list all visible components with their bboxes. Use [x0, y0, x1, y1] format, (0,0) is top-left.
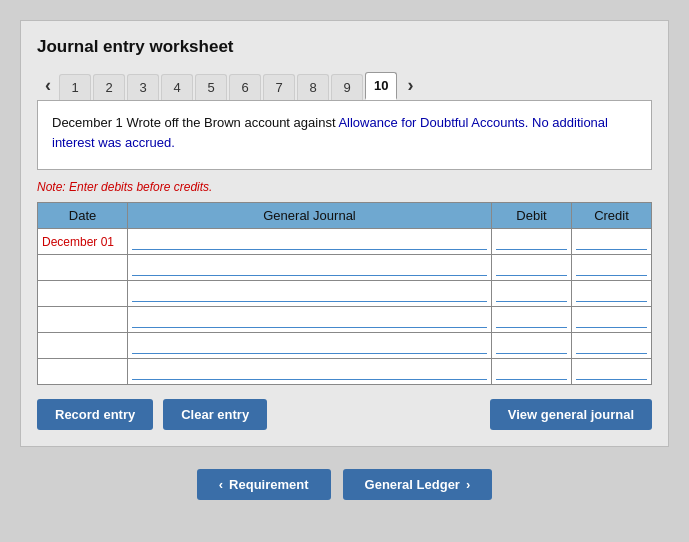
- description-box: December 1 Wrote off the Brown account a…: [37, 100, 652, 170]
- row3-gj: [128, 281, 492, 307]
- col-header-debit: Debit: [492, 203, 572, 229]
- requirement-label: Requirement: [229, 477, 308, 492]
- row4-debit: [492, 307, 572, 333]
- clear-entry-button[interactable]: Clear entry: [163, 399, 267, 430]
- record-entry-button[interactable]: Record entry: [37, 399, 153, 430]
- row6-date: [38, 359, 128, 385]
- row1-date: December 01: [38, 229, 128, 255]
- row2-debit: [492, 255, 572, 281]
- row5-debit: [492, 333, 572, 359]
- row6-credit: [572, 359, 652, 385]
- row4-gj-input[interactable]: [132, 311, 487, 328]
- table-row: [38, 359, 652, 385]
- row5-gj-input[interactable]: [132, 337, 487, 354]
- table-row: [38, 255, 652, 281]
- col-header-date: Date: [38, 203, 128, 229]
- tabs-row: ‹ 1 2 3 4 5 6 7 8 9 10 ›: [37, 71, 652, 100]
- row6-debit: [492, 359, 572, 385]
- tab-5[interactable]: 5: [195, 74, 227, 100]
- table-row: [38, 281, 652, 307]
- tab-9[interactable]: 9: [331, 74, 363, 100]
- row4-credit: [572, 307, 652, 333]
- description-text-black: December 1 Wrote off the Brown account a…: [52, 115, 338, 130]
- tab-10[interactable]: 10: [365, 72, 397, 100]
- row1-credit-input[interactable]: [576, 233, 647, 250]
- action-buttons-row: Record entry Clear entry View general jo…: [37, 399, 652, 430]
- note-text: Note: Enter debits before credits.: [37, 180, 652, 194]
- col-header-credit: Credit: [572, 203, 652, 229]
- bottom-nav: ‹ Requirement General Ledger ›: [197, 469, 493, 500]
- row2-credit-input[interactable]: [576, 259, 647, 276]
- chevron-left-icon: ‹: [219, 477, 223, 492]
- table-row: [38, 333, 652, 359]
- journal-table: Date General Journal Debit Credit Decemb…: [37, 202, 652, 385]
- row5-date: [38, 333, 128, 359]
- tab-prev-btn[interactable]: ‹: [37, 71, 59, 100]
- row2-gj-input[interactable]: [132, 259, 487, 276]
- row4-gj: [128, 307, 492, 333]
- row6-credit-input[interactable]: [576, 363, 647, 380]
- row3-credit: [572, 281, 652, 307]
- row1-gj-input[interactable]: [132, 233, 487, 250]
- row1-credit: [572, 229, 652, 255]
- row4-credit-input[interactable]: [576, 311, 647, 328]
- row1-debit-input[interactable]: [496, 233, 567, 250]
- row2-gj: [128, 255, 492, 281]
- table-row: [38, 307, 652, 333]
- row5-credit-input[interactable]: [576, 337, 647, 354]
- table-row: December 01: [38, 229, 652, 255]
- row5-gj: [128, 333, 492, 359]
- general-ledger-label: General Ledger: [365, 477, 460, 492]
- row6-gj: [128, 359, 492, 385]
- row3-debit-input[interactable]: [496, 285, 567, 302]
- journal-worksheet-panel: Journal entry worksheet ‹ 1 2 3 4 5 6 7 …: [20, 20, 669, 447]
- col-header-gj: General Journal: [128, 203, 492, 229]
- row5-credit: [572, 333, 652, 359]
- row2-date: [38, 255, 128, 281]
- row3-credit-input[interactable]: [576, 285, 647, 302]
- row3-gj-input[interactable]: [132, 285, 487, 302]
- tab-1[interactable]: 1: [59, 74, 91, 100]
- row1-debit: [492, 229, 572, 255]
- row4-debit-input[interactable]: [496, 311, 567, 328]
- tab-2[interactable]: 2: [93, 74, 125, 100]
- row6-debit-input[interactable]: [496, 363, 567, 380]
- row2-debit-input[interactable]: [496, 259, 567, 276]
- general-ledger-button[interactable]: General Ledger ›: [343, 469, 493, 500]
- row4-date: [38, 307, 128, 333]
- tab-8[interactable]: 8: [297, 74, 329, 100]
- row5-debit-input[interactable]: [496, 337, 567, 354]
- row3-debit: [492, 281, 572, 307]
- row3-date: [38, 281, 128, 307]
- requirement-button[interactable]: ‹ Requirement: [197, 469, 331, 500]
- chevron-right-icon: ›: [466, 477, 470, 492]
- row6-gj-input[interactable]: [132, 363, 487, 380]
- row2-credit: [572, 255, 652, 281]
- page-title: Journal entry worksheet: [37, 37, 652, 57]
- row1-gj: [128, 229, 492, 255]
- tab-4[interactable]: 4: [161, 74, 193, 100]
- view-general-journal-button[interactable]: View general journal: [490, 399, 652, 430]
- tab-6[interactable]: 6: [229, 74, 261, 100]
- tab-3[interactable]: 3: [127, 74, 159, 100]
- tab-7[interactable]: 7: [263, 74, 295, 100]
- tab-next-btn[interactable]: ›: [399, 71, 421, 100]
